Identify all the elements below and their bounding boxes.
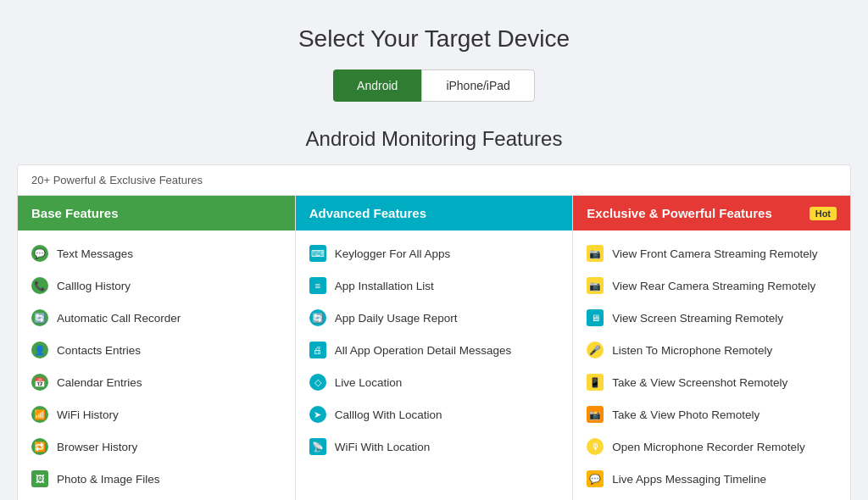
list-item[interactable]: 📷 View Rear Camera Streaming Remotely [573, 269, 850, 302]
tab-android[interactable]: Android [333, 69, 421, 102]
list-item[interactable]: 📱 Take & View Screenshot Remotely [573, 366, 850, 398]
list-item[interactable]: 🖨 All App Operation Detail Messages [296, 334, 573, 366]
phone-icon: 📞 [31, 277, 48, 294]
chat-icon: 💬 [31, 245, 48, 262]
screenshot-icon: 📱 [587, 374, 604, 391]
list-item[interactable]: 📸 Take & View Photo Remotely [573, 398, 850, 431]
mic-icon: 🎤 [587, 342, 604, 358]
list-item[interactable]: ◇ Live Location [296, 366, 573, 398]
device-tab-group: Android iPhone/iPad [17, 69, 851, 102]
rear-camera-icon: 📷 [587, 277, 604, 294]
calllog-location-icon: ➤ [309, 406, 326, 423]
list-item[interactable]: 🎬 Video Files [18, 495, 295, 500]
exclusive-feature-list: 📷 View Front Camera Streaming Remotely 📷… [573, 231, 850, 500]
list-item[interactable]: 📅 Calendar Entries [18, 366, 295, 398]
browser-icon: 🔁 [31, 438, 48, 455]
list-item[interactable]: 🎤 Listen To Microphone Remotely [573, 334, 850, 366]
list-item[interactable]: 🔑 Keylogger & Password [573, 495, 850, 500]
list-item[interactable]: ≡ App Installation List [296, 269, 573, 302]
front-camera-icon: 📷 [587, 245, 604, 262]
list-item[interactable]: 💬 Text Messages [18, 237, 295, 269]
list-item[interactable]: ⌨ Keylogger For All Apps [296, 237, 573, 269]
column-base: Base Features 💬 Text Messages 📞 Calllog … [18, 196, 296, 500]
list-item[interactable]: 🔁 Browser History [18, 431, 295, 463]
mic-recorder-icon: 🎙 [587, 438, 604, 455]
advanced-feature-list: ⌨ Keylogger For All Apps ≡ App Installat… [296, 231, 573, 469]
list-item[interactable]: ➤ Calllog With Location [296, 398, 573, 431]
appop-icon: 🖨 [309, 342, 326, 358]
features-container: 20+ Powerful & Exclusive Features Base F… [17, 164, 851, 500]
messaging-timeline-icon: 💬 [587, 470, 604, 487]
list-item[interactable]: 👤 Contacts Entries [18, 334, 295, 366]
keylogger-icon: ⌨ [309, 245, 326, 262]
column-advanced: Advanced Features ⌨ Keylogger For All Ap… [296, 196, 574, 500]
screen-stream-icon: 🖥 [587, 309, 604, 326]
list-item[interactable]: 🔄 Automatic Call Recorder [18, 302, 295, 334]
column-header-exclusive: Exclusive & Powerful Features Hot [573, 196, 850, 231]
usage-icon: 🔄 [309, 309, 326, 326]
photo-icon: 🖼 [31, 470, 48, 487]
tab-iphone[interactable]: iPhone/iPad [421, 69, 535, 102]
photo-remote-icon: 📸 [587, 406, 604, 423]
list-item[interactable]: 📡 WiFi With Location [296, 431, 573, 463]
column-exclusive: Exclusive & Powerful Features Hot 📷 View… [573, 196, 850, 500]
location-icon: ◇ [309, 374, 326, 391]
list-item[interactable]: 📷 View Front Camera Streaming Remotely [573, 237, 850, 269]
base-feature-list: 💬 Text Messages 📞 Calllog History 🔄 Auto… [18, 231, 295, 500]
record-icon: 🔄 [31, 309, 48, 326]
list-item[interactable]: 📞 Calllog History [18, 269, 295, 302]
wifi-icon: 📶 [31, 406, 48, 423]
list-item[interactable]: 🎙 Open Microphone Recorder Remotely [573, 431, 850, 463]
columns-wrapper: Base Features 💬 Text Messages 📞 Calllog … [18, 196, 850, 500]
list-item[interactable]: 🖼 Photo & Image Files [18, 463, 295, 495]
column-header-base: Base Features [18, 196, 295, 231]
list-item[interactable]: 🔄 App Daily Usage Report [296, 302, 573, 334]
list-item[interactable]: 🖥 View Screen Streaming Remotely [573, 302, 850, 334]
section-title: Android Monitoring Features [17, 127, 851, 151]
list-item[interactable]: 📶 WiFi History [18, 398, 295, 431]
wifi-location-icon: 📡 [309, 438, 326, 455]
hot-badge: Hot [810, 207, 837, 220]
contact-icon: 👤 [31, 342, 48, 358]
column-header-advanced: Advanced Features [296, 196, 573, 231]
page-title: Select Your Target Device [17, 25, 851, 53]
applist-icon: ≡ [309, 277, 326, 294]
features-tagline: 20+ Powerful & Exclusive Features [18, 165, 850, 196]
list-item[interactable]: 💬 Live Apps Messaging Timeline [573, 463, 850, 495]
calendar-icon: 📅 [31, 374, 48, 391]
